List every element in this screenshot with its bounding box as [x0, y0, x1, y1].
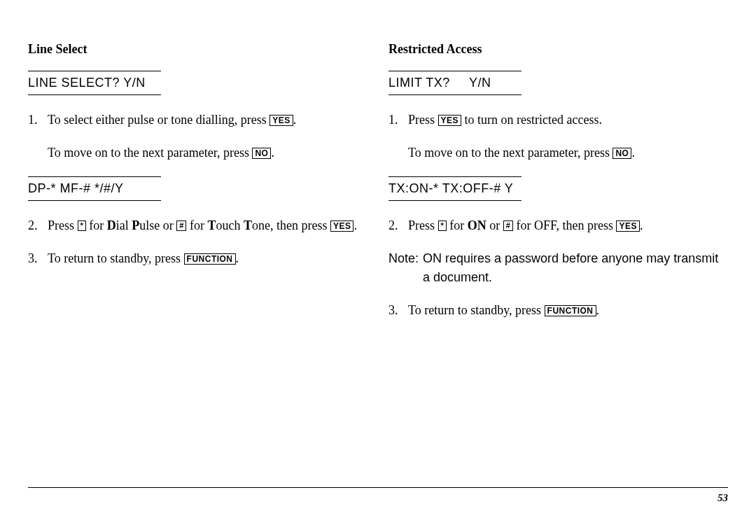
- text: .: [596, 303, 600, 317]
- text: .: [236, 251, 239, 265]
- step-number: 1.: [388, 111, 408, 130]
- page-number: 53: [718, 492, 728, 503]
- left-header: Line Select: [28, 42, 368, 57]
- text: .: [640, 218, 643, 232]
- yes-key: YES: [438, 115, 462, 126]
- star-key: *: [78, 220, 86, 231]
- right-para-1: To move on to the next parameter, press …: [408, 144, 728, 162]
- yes-key: YES: [616, 220, 640, 232]
- bold-letter: D: [107, 218, 116, 232]
- text: for OFF, then press: [513, 218, 617, 232]
- step-body: Press * for ON or # for OFF, then press …: [408, 216, 728, 235]
- text: or: [486, 218, 503, 232]
- text: To select either pulse or tone dialling,…: [48, 113, 270, 127]
- step-body: To return to standby, press FUNCTION.: [48, 249, 368, 268]
- text: ouch: [216, 218, 244, 232]
- right-column: Restricted Access LIMIT TX? Y/N 1. Press…: [388, 42, 728, 334]
- text: Press: [408, 113, 438, 127]
- left-step-2: 2. Press * for Dial Pulse or # for Touch…: [28, 216, 368, 235]
- note-body: ON requires a password before anyone may…: [423, 249, 728, 287]
- text: Press: [48, 218, 78, 232]
- yes-key: YES: [270, 115, 293, 126]
- step-number: 1.: [28, 111, 48, 130]
- display-line-select: LINE SELECT? Y/N: [28, 71, 161, 95]
- text: To move on to the next parameter, press: [48, 146, 252, 160]
- function-key: FUNCTION: [184, 253, 236, 265]
- step-number: 3.: [388, 301, 408, 320]
- step-body: Press YES to turn on restricted access.: [408, 111, 728, 130]
- step-body: To select either pulse or tone dialling,…: [48, 111, 368, 130]
- right-header: Restricted Access: [388, 42, 728, 57]
- yes-key: YES: [330, 220, 354, 232]
- text: for: [447, 218, 468, 232]
- text: .: [354, 218, 357, 232]
- bold-letter: T: [207, 218, 216, 232]
- bold-letter: T: [244, 218, 252, 232]
- right-step-2: 2. Press * for ON or # for OFF, then pre…: [388, 216, 728, 235]
- bold-letter: P: [132, 218, 139, 232]
- display-txon-txoff: TX:ON-* TX:OFF-# Y: [388, 176, 522, 201]
- text: Press: [408, 218, 438, 232]
- right-step-1: 1. Press YES to turn on restricted acces…: [388, 111, 728, 130]
- step-number: 2.: [28, 216, 48, 235]
- left-para-1: To move on to the next parameter, press …: [48, 144, 368, 162]
- page-footer: 53: [28, 487, 728, 504]
- display-dp-mf: DP-* MF-# */#/Y: [28, 176, 161, 201]
- star-key: *: [438, 220, 447, 231]
- left-step-1: 1. To select either pulse or tone dialli…: [28, 111, 368, 130]
- left-column: Line Select LINE SELECT? Y/N 1. To selec…: [28, 42, 368, 334]
- text: for: [86, 218, 107, 232]
- note-label: Note:: [388, 249, 419, 287]
- hash-key: #: [503, 220, 513, 231]
- step-body: To return to standby, press FUNCTION.: [408, 301, 728, 320]
- function-key: FUNCTION: [545, 305, 596, 316]
- text: .: [271, 146, 274, 160]
- step-number: 2.: [388, 216, 408, 235]
- bold-on: ON: [468, 218, 486, 232]
- display-limit-tx: LIMIT TX? Y/N: [388, 71, 522, 95]
- text: To return to standby, press: [408, 303, 545, 317]
- step-number: 3.: [28, 249, 48, 268]
- right-note: Note: ON requires a password before anyo…: [388, 249, 728, 287]
- text: To return to standby, press: [48, 251, 184, 265]
- text: for: [186, 218, 207, 232]
- text: To move on to the next parameter, press: [408, 146, 612, 160]
- text: one, then press: [252, 218, 330, 232]
- left-step-3: 3. To return to standby, press FUNCTION.: [28, 249, 368, 268]
- text: .: [631, 146, 635, 160]
- step-body: Press * for Dial Pulse or # for Touch To…: [48, 216, 368, 235]
- no-key: NO: [252, 148, 271, 159]
- hash-key: #: [176, 220, 186, 231]
- text: ial: [116, 218, 132, 232]
- text: ulse or: [139, 218, 176, 232]
- text: to turn on restricted access.: [461, 113, 602, 127]
- text: .: [293, 113, 297, 127]
- right-step-3: 3. To return to standby, press FUNCTION.: [388, 301, 728, 320]
- no-key: NO: [612, 148, 631, 159]
